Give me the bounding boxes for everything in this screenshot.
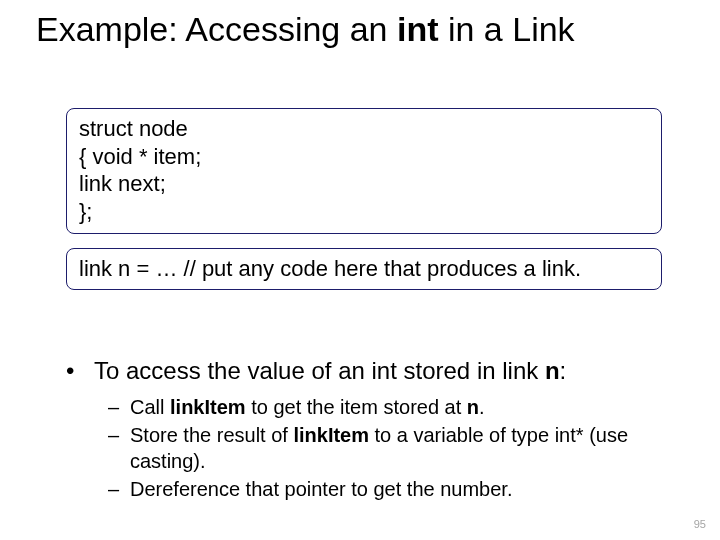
s1-b1: linkItem [170,396,246,418]
body-text: • To access the value of an int stored i… [66,356,680,504]
code-line: link n = … // put any code here that pro… [79,255,649,283]
s2-b1: linkItem [293,424,369,446]
code-line: }; [79,198,649,226]
bullet-text: Store the result of linkItem to a variab… [130,422,680,474]
bullet-level-1: • To access the value of an int stored i… [66,356,680,386]
bullet-dash-icon: – [108,394,130,420]
slide-title: Example: Accessing an int in a Link [36,10,700,49]
page-number: 95 [694,518,706,530]
s3-t1: Dereference that pointer to get the numb… [130,478,512,500]
b1-pre: To access the value of an int stored in … [94,357,545,384]
title-pre: Example: Accessing an [36,10,397,48]
s1-t1: Call [130,396,170,418]
code-block-link: link n = … // put any code here that pro… [66,248,662,290]
code-line: link next; [79,170,649,198]
title-post: in a Link [439,10,575,48]
slide: Example: Accessing an int in a Link stru… [0,0,720,540]
s1-b2: n [467,396,479,418]
bullet-text: Call linkItem to get the item stored at … [130,394,485,420]
bullet-text: Dereference that pointer to get the numb… [130,476,512,502]
s2-t1: Store the result of [130,424,293,446]
title-bold: int [397,10,439,48]
code-line: { void * item; [79,143,649,171]
code-block-struct: struct node { void * item; link next; }; [66,108,662,234]
code-line: struct node [79,115,649,143]
bullet-dash-icon: – [108,422,130,474]
bullet-level-2: – Dereference that pointer to get the nu… [108,476,680,502]
bullet-text: To access the value of an int stored in … [94,356,566,386]
b1-post: : [560,357,567,384]
bullet-level-2: – Call linkItem to get the item stored a… [108,394,680,420]
s1-t2: to get the item stored at [246,396,467,418]
bullet-dash-icon: – [108,476,130,502]
b1-bold: n [545,357,560,384]
s1-t3: . [479,396,485,418]
bullet-dot-icon: • [66,356,94,386]
bullet-level-2: – Store the result of linkItem to a vari… [108,422,680,474]
